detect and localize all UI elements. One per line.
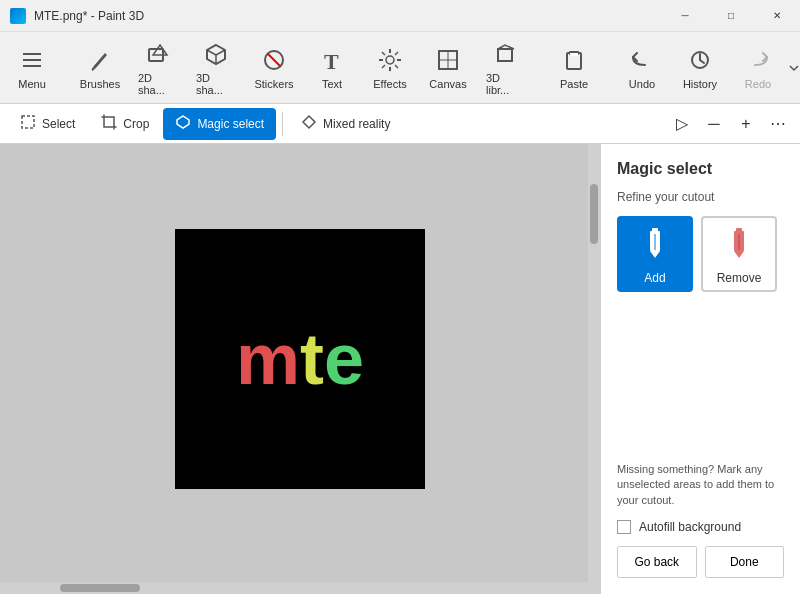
magic-select-label: Magic select [197,117,264,131]
titlebar: MTE.png* - Paint 3D ─ □ ✕ [0,0,800,32]
horizontal-scrollbar[interactable] [0,582,588,594]
e-letter: e [324,319,364,399]
maximize-button[interactable]: □ [708,0,754,32]
toolbar-label-effects: Effects [373,78,406,90]
add-tool-button[interactable]: Add [617,216,693,292]
mixed-reality-button[interactable]: Mixed reality [289,108,402,140]
crop-icon [101,114,117,133]
svg-line-17 [395,65,398,68]
select-label: Select [42,117,75,131]
svg-line-6 [216,50,225,55]
3d-shapes-icon [202,40,230,68]
vertical-scrollbar-thumb[interactable] [590,184,598,244]
brushes-icon [86,46,114,74]
horizontal-scrollbar-thumb[interactable] [60,584,140,592]
toolbar-expand-button[interactable] [788,58,800,78]
canvas-image: mte [175,229,425,489]
panel-tools: Add Remove [617,216,784,292]
canvas-icon [434,46,462,74]
titlebar-left: MTE.png* - Paint 3D [10,8,144,24]
mte-text: mte [236,318,364,400]
panel-action-buttons: Go back Done [617,546,784,578]
go-back-button[interactable]: Go back [617,546,697,578]
select-icon [20,114,36,133]
toolbar-item-history[interactable]: History [672,36,728,100]
autofill-label: Autofill background [639,520,741,534]
svg-line-19 [382,65,385,68]
toolbar-item-brushes[interactable]: Brushes [72,36,128,100]
magic-select-icon [175,114,191,133]
toolbar-label-3d-shapes: 3D sha... [196,72,236,96]
toolbar-label-brushes: Brushes [80,78,120,90]
toolbar-item-canvas[interactable]: Canvas [420,36,476,100]
remove-tool-label: Remove [717,271,762,285]
select-button[interactable]: Select [8,108,87,140]
svg-rect-0 [23,53,41,55]
text-icon: T [318,46,346,74]
svg-rect-23 [498,49,512,61]
titlebar-controls: ─ □ ✕ [662,0,800,32]
crop-button[interactable]: Crop [89,108,161,140]
toolbar-label-2d-shapes: 2D sha... [138,72,178,96]
more-button[interactable]: ⋯ [764,110,792,138]
effects-icon [376,46,404,74]
toolbar-label-history: History [683,78,717,90]
canvas-area[interactable]: mte [0,144,600,594]
close-button[interactable]: ✕ [754,0,800,32]
toolbar-item-3d-library[interactable]: 3D libr... [478,36,534,100]
stickers-icon [260,46,288,74]
right-panel: Magic select Refine your cutout Add [600,144,800,594]
add-tool-label: Add [644,271,665,285]
subtool-right-controls: ▷ ─ + ⋯ [668,110,792,138]
svg-rect-27 [570,53,578,56]
svg-text:T: T [324,49,339,73]
svg-line-9 [268,54,280,66]
toolbar-item-stickers[interactable]: Stickers [246,36,302,100]
toolbar-label-text: Text [322,78,342,90]
subtool-separator [282,112,283,136]
menu-icon [18,46,46,74]
plus-button[interactable]: + [732,110,760,138]
svg-point-11 [386,56,394,64]
autofill-row: Autofill background [617,520,784,534]
svg-line-16 [382,52,385,55]
magic-select-button[interactable]: Magic select [163,108,276,140]
toolbar-label-canvas: Canvas [429,78,466,90]
toolbar-label-undo: Undo [629,78,655,90]
titlebar-title: MTE.png* - Paint 3D [34,9,144,23]
minimize-button[interactable]: ─ [662,0,708,32]
toolbar-item-paste[interactable]: Paste [546,36,602,100]
toolbar-label-paste: Paste [560,78,588,90]
toolbar-item-effects[interactable]: Effects [362,36,418,100]
svg-rect-1 [23,59,41,61]
add-tool-icon [637,224,673,267]
svg-line-18 [395,52,398,55]
svg-line-30 [700,60,704,63]
toolbar-label-menu: Menu [18,78,46,90]
toolbar-label-3d-library: 3D libr... [486,72,526,96]
autofill-checkbox[interactable] [617,520,631,534]
panel-title: Magic select [617,160,784,178]
svg-marker-34 [650,251,660,258]
toolbar-label-redo: Redo [745,78,771,90]
done-button[interactable]: Done [705,546,785,578]
vertical-scrollbar[interactable] [588,144,600,594]
triangle-button[interactable]: ▷ [668,110,696,138]
3d-library-icon [492,40,520,68]
undo-icon [628,46,656,74]
toolbar-item-text[interactable]: T Text [304,36,360,100]
toolbar-item-menu[interactable]: Menu [4,36,60,100]
toolbar-item-2d-shapes[interactable]: 2D sha... [130,36,186,100]
mixed-reality-label: Mixed reality [323,117,390,131]
svg-rect-2 [23,65,41,67]
toolbar-item-3d-shapes[interactable]: 3D sha... [188,36,244,100]
t-letter: t [300,319,324,399]
toolbar-item-redo[interactable]: Redo [730,36,786,100]
svg-rect-31 [22,116,34,128]
svg-marker-38 [734,251,744,258]
minus-button[interactable]: ─ [700,110,728,138]
m-letter: m [236,319,300,399]
toolbar-item-undo[interactable]: Undo [614,36,670,100]
remove-tool-button[interactable]: Remove [701,216,777,292]
2d-shapes-icon [144,40,172,68]
